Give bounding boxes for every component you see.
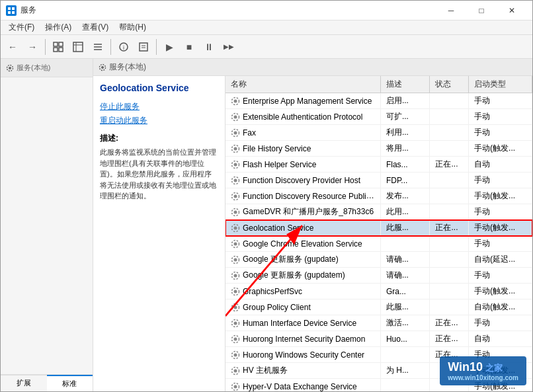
service-desc-cell: 将用... — [380, 141, 430, 157]
service-status-cell: 正在... — [430, 220, 469, 236]
service-name-text: File History Service — [243, 144, 311, 153]
service-status-cell — [430, 363, 469, 379]
table-row[interactable]: Geolocation Service此服...正在...手动(触发... — [226, 220, 532, 236]
service-status-cell — [430, 268, 469, 284]
service-desc-cell: Gra... — [380, 284, 430, 299]
tab-expand[interactable]: 扩展 — [1, 375, 47, 391]
service-row-icon — [231, 112, 243, 121]
service-status-cell — [430, 284, 469, 299]
service-name-cell: Hyper-V Data Exchange Service — [226, 379, 380, 392]
resume-service-button[interactable]: ▶▶ — [220, 38, 238, 56]
table-row[interactable]: Hyper-V Data Exchange Service手动(触发... — [226, 379, 532, 392]
menu-file[interactable]: 文件(F) — [3, 20, 40, 34]
table-row[interactable]: Human Interface Device Service激活...正在...… — [226, 315, 532, 331]
minimize-button[interactable]: ─ — [436, 1, 466, 20]
selected-service-name: Geolocation Service — [100, 83, 218, 93]
service-name-cell: Google 更新服务 (gupdatem) — [226, 268, 380, 284]
table-row[interactable]: Enterprise App Management Service启用...手动 — [226, 93, 532, 109]
panel-header-text: 服务(本地) — [109, 61, 146, 73]
table-row[interactable]: Flash Helper ServiceFlas...正在...自动 — [226, 157, 532, 173]
table-row[interactable]: Google 更新服务 (gupdate)请确...自动(延迟... — [226, 252, 532, 268]
col-startup[interactable]: 启动类型 — [469, 76, 532, 93]
service-name-cell: Google Chrome Elevation Service — [226, 236, 380, 252]
service-startup-cell: 自动(延迟... — [469, 252, 532, 268]
service-status-cell — [430, 109, 469, 125]
svg-rect-4 — [54, 42, 58, 46]
table-row[interactable]: Huorong Windows Security Center正在...手动 — [226, 347, 532, 363]
service-status-cell — [430, 125, 469, 141]
service-row-icon — [231, 223, 243, 232]
svg-point-29 — [234, 147, 237, 150]
table-row[interactable]: Function Discovery Provider HostFDP...手动 — [226, 173, 532, 188]
service-row-icon — [231, 381, 243, 391]
table-row[interactable]: Function Discovery Resource Publication发… — [226, 188, 532, 204]
svg-rect-7 — [59, 48, 63, 52]
sidebar: 服务(本地) 扩展 标准 — [1, 59, 93, 391]
table-row[interactable]: GraphicsPerfSvcGra...手动(触发... — [226, 284, 532, 299]
service-name-text: Geolocation Service — [243, 223, 313, 233]
table-row[interactable]: Fax利用...手动 — [226, 125, 532, 141]
table-row[interactable]: Google 更新服务 (gupdatem)请确...手动 — [226, 268, 532, 284]
menu-view[interactable]: 查看(V) — [77, 20, 114, 34]
info-button[interactable]: i — [114, 38, 133, 56]
service-startup-cell: 手动 — [469, 236, 532, 252]
menu-bar: 文件(F) 操作(A) 查看(V) 帮助(H) — [1, 20, 532, 35]
col-name[interactable]: 名称 — [226, 76, 380, 93]
service-desc-cell: 请确... — [380, 252, 430, 268]
svg-point-19 — [9, 67, 11, 69]
start-service-button[interactable]: ▶ — [160, 38, 179, 56]
svg-point-47 — [234, 290, 237, 293]
service-startup-cell: 自动(触发... — [469, 299, 532, 315]
tab-standard[interactable]: 标准 — [47, 375, 93, 391]
table-row[interactable]: Google Chrome Elevation Service手动 — [226, 236, 532, 252]
close-button[interactable]: ✕ — [497, 1, 527, 20]
service-startup-cell: 手动 — [469, 315, 532, 331]
table-row[interactable]: Extensible Authentication Protocol可扩...手… — [226, 109, 532, 125]
table-row[interactable]: Group Policy Client此服...自动(触发... — [226, 299, 532, 315]
table-row[interactable]: Huorong Internet Security DaemonHuo...正在… — [226, 331, 532, 347]
svg-rect-6 — [54, 48, 58, 52]
service-status-cell: 正在... — [430, 331, 469, 347]
services-table-container[interactable]: 名称 描述 状态 启动类型 Enterprise App Management … — [226, 76, 532, 391]
svg-point-51 — [234, 321, 237, 325]
service-desc-cell: FDP... — [380, 173, 430, 188]
service-name-cell: HV 主机服务 — [226, 363, 380, 379]
stop-service-button[interactable]: ■ — [180, 38, 198, 56]
forward-button[interactable]: → — [23, 38, 42, 56]
back-button[interactable]: ← — [3, 38, 22, 56]
service-status-cell: 正在... — [430, 347, 469, 363]
service-row-icon — [231, 128, 243, 137]
pause-service-button[interactable]: ⏸ — [200, 38, 218, 56]
restart-service-link[interactable]: 重启动此服务 — [100, 115, 218, 126]
view-button-1[interactable] — [49, 38, 67, 56]
menu-help[interactable]: 帮助(H) — [114, 20, 151, 34]
service-name-text: Google 更新服务 (gupdate) — [243, 255, 339, 264]
table-row[interactable]: GameDVR 和广播用户服务_87h33c6此用...手动 — [226, 204, 532, 220]
service-name-cell: Huorong Windows Security Center — [226, 347, 380, 363]
table-row[interactable]: HV 主机服务为 H...手动(触发... — [226, 363, 532, 379]
window-controls: ─ □ ✕ — [436, 1, 527, 20]
stop-service-link[interactable]: 停止此服务 — [100, 101, 218, 112]
sidebar-title: 服务(本地) — [17, 63, 50, 73]
list-button[interactable] — [89, 38, 107, 56]
service-name-text: Group Policy Client — [243, 303, 311, 312]
service-name-text: Google Chrome Elevation Service — [243, 239, 362, 249]
col-status[interactable]: 状态 — [430, 76, 469, 93]
menu-action[interactable]: 操作(A) — [40, 20, 77, 34]
service-startup-cell: 手动(触发... — [469, 284, 532, 299]
view-button-2[interactable] — [69, 38, 87, 56]
main-content: 服务(本地) 扩展 标准 服务(本地) Geolocat — [1, 59, 532, 391]
service-name-cell: File History Service — [226, 141, 380, 157]
service-name-cell: Extensible Authentication Protocol — [226, 109, 380, 125]
svg-rect-3 — [12, 11, 15, 14]
service-desc-cell — [380, 347, 430, 363]
svg-point-23 — [234, 99, 237, 102]
col-desc[interactable]: 描述 — [380, 76, 430, 93]
main-window: 服务 ─ □ ✕ 文件(F) 操作(A) 查看(V) 帮助(H) ← → i — [0, 0, 533, 392]
service-row-icon — [231, 207, 243, 216]
maximize-button[interactable]: □ — [466, 1, 497, 20]
sidebar-space — [1, 77, 93, 374]
service-row-icon — [231, 255, 243, 264]
properties-button[interactable] — [134, 38, 153, 56]
table-row[interactable]: File History Service将用...手动(触发... — [226, 141, 532, 157]
